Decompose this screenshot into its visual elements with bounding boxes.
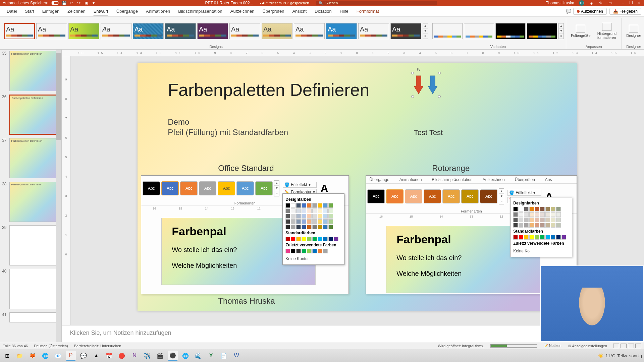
obs-icon[interactable]: ⚫ — [168, 351, 178, 361]
tab-hilfe[interactable]: Hilfe — [336, 6, 353, 16]
minimize-button[interactable]: － — [621, 0, 625, 6]
arrow-shapes-selected[interactable]: ↻ — [413, 73, 439, 103]
designer-button[interactable]: Designer — [624, 23, 644, 39]
variant-3[interactable] — [495, 23, 526, 39]
design-theme-8[interactable]: Aa — [229, 23, 260, 39]
language[interactable]: Deutsch (Österreich) — [34, 344, 68, 348]
author-text[interactable]: Thomas Hruska — [218, 296, 275, 306]
thumb-41[interactable] — [9, 312, 60, 322]
undo-icon[interactable]: ↶ — [69, 1, 74, 5]
app-icon[interactable]: 🌐 — [180, 351, 191, 361]
close-button[interactable]: ✕ — [637, 0, 641, 6]
section-rot-label[interactable]: Rotorange — [432, 164, 470, 173]
record-button[interactable]: Aufzeichnen — [573, 8, 607, 15]
comments-icon[interactable]: 💬 — [566, 9, 571, 14]
search-input[interactable]: 🔍 Suchen — [316, 1, 437, 5]
firefox-icon[interactable]: 🦊 — [28, 351, 38, 361]
outlook-icon[interactable]: 📧 — [53, 351, 63, 361]
vlc-icon[interactable]: ▲ — [91, 351, 101, 361]
thumb-40[interactable] — [9, 269, 60, 309]
app-icon[interactable]: 📅 — [104, 351, 114, 361]
word-icon[interactable]: W — [231, 351, 241, 361]
app-icon[interactable]: 💬 — [78, 351, 89, 361]
redo-icon[interactable]: ↷ — [76, 1, 81, 5]
design-theme-12[interactable]: Aa — [358, 23, 389, 39]
variant-4[interactable] — [527, 23, 557, 39]
notes-toggle[interactable]: 📝 Notizen — [543, 344, 561, 348]
tab-animationen[interactable]: Animationen — [142, 6, 174, 16]
excel-icon[interactable]: X — [206, 351, 216, 361]
design-theme-1[interactable]: Aa — [4, 23, 35, 39]
view-buttons[interactable] — [613, 344, 641, 348]
tab-zeichnen[interactable]: Zeichnen — [63, 6, 89, 16]
edge-icon[interactable]: 🌊 — [193, 351, 203, 361]
tab-einfuegen[interactable]: Einfügen — [38, 6, 63, 16]
design-theme-5[interactable]: Aa — [133, 23, 164, 39]
variant-2[interactable] — [464, 23, 494, 39]
slide-thumbnails-panel[interactable]: 35Farbenpaletten Definieren 36Farbenpale… — [0, 50, 62, 342]
tab-bildschirm[interactable]: Bildschirmpräsentation — [174, 6, 226, 16]
slide-demo-text[interactable]: Demo Pfeil (Füllung) mit Standardfarben — [168, 117, 288, 137]
weather-widget[interactable]: ☀️ 11°C Teilw. sonnig — [598, 353, 642, 358]
format-background-button[interactable]: Hintergrund formatieren — [595, 21, 619, 41]
display-settings[interactable]: 🖥 Anzeigeeinstellungen — [568, 344, 607, 348]
design-theme-4[interactable]: Aa — [101, 23, 131, 39]
designs-expand[interactable]: ▲▼≡ — [423, 23, 428, 39]
onenote-icon[interactable]: N — [129, 351, 140, 361]
chrome-icon[interactable]: 🌐 — [40, 351, 50, 361]
telegram-icon[interactable]: ✈️ — [142, 351, 152, 361]
thumb-39[interactable] — [9, 225, 60, 265]
app-icon[interactable]: 📄 — [219, 351, 229, 361]
coming-soon-icon[interactable]: ✎ — [598, 1, 603, 5]
share-button[interactable]: 📤 Freigeben — [609, 8, 641, 15]
user-avatar[interactable]: TH — [579, 0, 584, 6]
tab-entwurf[interactable]: Entwurf — [90, 6, 112, 16]
slide-counter[interactable]: Folie 36 von 46 — [3, 344, 28, 348]
design-theme-2[interactable]: Aa — [36, 23, 67, 39]
slide-canvas[interactable]: Farbenpaletten Definieren Demo Pfeil (Fü… — [138, 63, 577, 311]
thumbs-scrollbar[interactable] — [56, 50, 61, 342]
design-theme-13[interactable]: Aa — [390, 23, 421, 39]
design-theme-10[interactable]: Aa — [294, 23, 325, 39]
thumb-36[interactable]: Farbenpaletten Definieren — [9, 95, 60, 135]
thumb-38[interactable]: Farbenpaletten Definieren — [9, 182, 60, 222]
user-name[interactable]: Thomas Hruska — [546, 1, 574, 5]
app-icon[interactable]: 🎬 — [155, 351, 165, 361]
start-button[interactable]: ⊞ — [2, 351, 12, 361]
powerpoint-icon[interactable]: P — [66, 351, 76, 361]
autosave-toggle[interactable] — [51, 1, 59, 5]
tab-uebergaenge[interactable]: Übergänge — [112, 6, 142, 16]
save-icon[interactable]: 💾 — [62, 1, 66, 5]
tab-start[interactable]: Start — [21, 6, 38, 16]
app-icon[interactable]: 🔴 — [117, 351, 127, 361]
rotate-handle-icon[interactable]: ↻ — [417, 67, 421, 72]
test-text[interactable]: Test Test — [414, 128, 443, 137]
file-explorer-icon[interactable]: 📁 — [15, 351, 25, 361]
filename[interactable]: PPT 01 Roter Faden 002... — [205, 1, 253, 5]
tab-datei[interactable]: Datei — [3, 6, 21, 16]
accessibility[interactable]: Barrierefreiheit: Untersuchen — [74, 344, 121, 348]
section-office-label[interactable]: Office Standard — [218, 164, 274, 173]
tab-formformat[interactable]: Formformat — [353, 6, 383, 16]
tab-dictation[interactable]: Dictation — [311, 6, 336, 16]
thumb-37[interactable]: Farbenpaletten Definieren — [9, 138, 60, 178]
variants-expand[interactable]: ▲▼≡ — [558, 23, 564, 39]
sync-icon[interactable]: ◈ — [589, 1, 594, 5]
tab-aufzeichnen[interactable]: Aufzeichnen — [226, 6, 259, 16]
tab-ueberpruefen[interactable]: Überprüfen — [258, 6, 288, 16]
design-theme-9[interactable]: Aa — [262, 23, 292, 39]
variant-1[interactable] — [432, 23, 463, 39]
slide-title[interactable]: Farbenpaletten Definieren — [168, 80, 369, 100]
present-from-start-icon[interactable]: ▣ — [84, 1, 89, 5]
design-theme-7[interactable]: Aa — [197, 23, 228, 39]
design-theme-3[interactable]: Aa — [68, 23, 99, 39]
slidesize-button[interactable]: Foliengröße — [568, 23, 593, 39]
maximize-button[interactable]: ☐ — [629, 0, 633, 6]
style-swatch: Abc — [180, 181, 198, 195]
thumb-35[interactable]: Farbenpaletten Definieren — [9, 51, 60, 91]
design-theme-11[interactable]: Aa — [326, 23, 357, 39]
quick-access-more-icon[interactable]: ▾ — [91, 1, 96, 5]
design-theme-6[interactable]: Aa — [165, 23, 196, 39]
tab-ansicht[interactable]: Ansicht — [288, 6, 311, 16]
ribbon-options-icon[interactable]: ▭ — [608, 1, 612, 5]
